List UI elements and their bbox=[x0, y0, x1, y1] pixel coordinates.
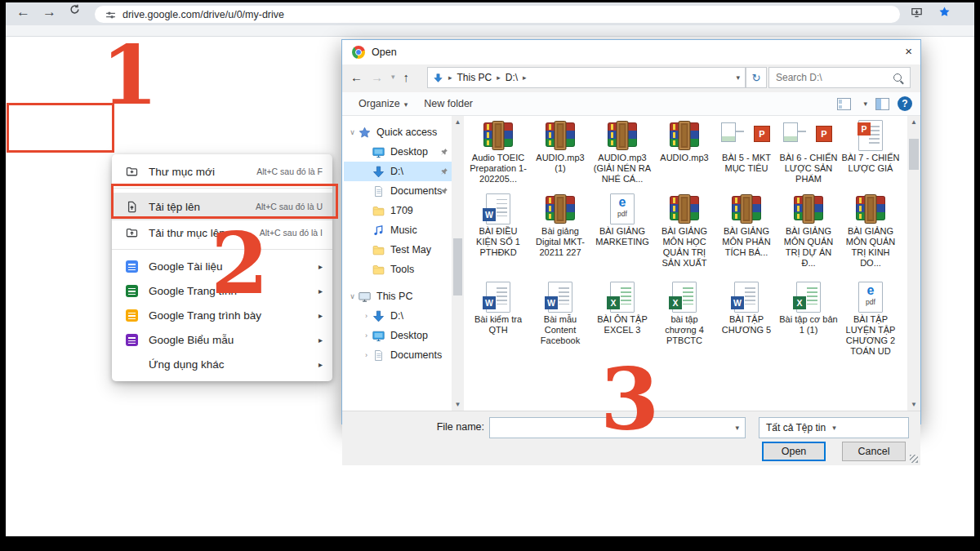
file-item-19[interactable]: XBài tập cơ bản 1 (1) bbox=[778, 281, 839, 335]
refresh-button[interactable]: ↻ bbox=[746, 67, 767, 88]
tree-scrollbar[interactable]: ▲ ▼ bbox=[452, 116, 464, 411]
nav-back-icon[interactable]: ← bbox=[350, 70, 363, 84]
address-dropdown-icon[interactable]: ▾ bbox=[736, 73, 740, 82]
forward-icon[interactable]: → bbox=[42, 4, 56, 20]
submenu-arrow-icon: ▸ bbox=[318, 311, 323, 320]
file-name-label: File name: bbox=[342, 421, 484, 433]
file-item-1[interactable]: AUDIO.mp3 (1) bbox=[530, 119, 590, 174]
file-item-20[interactable]: epdfBÀI TẬP LUYỆN TẬP CHƯƠNG 2 TOÁN UD bbox=[840, 281, 901, 357]
view-dropdown-icon[interactable]: ▾ bbox=[863, 100, 867, 108]
tree-expander-icon[interactable]: › bbox=[361, 351, 372, 359]
file-item-name: BÀI GIẢNG MÔN PHÂN TÍCH BÁ... bbox=[716, 226, 777, 258]
file-item-name: bài tập chương 4 PTBCTC bbox=[654, 314, 715, 346]
excel-file-icon: X bbox=[654, 281, 715, 312]
tree-expander-icon[interactable]: ∨ bbox=[347, 292, 358, 300]
file-item-2[interactable]: AUDIO.mp3 (GIẢI NÉN RA NHÉ CÁ... bbox=[592, 119, 653, 184]
address-bar[interactable]: drive.google.com/drive/u/0/my-drive bbox=[95, 6, 900, 23]
rar-file-icon bbox=[654, 119, 715, 150]
open-button[interactable]: Open bbox=[762, 442, 826, 461]
view-thumbnails-icon[interactable] bbox=[837, 98, 851, 110]
file-item-name: BÀI GIẢNG MÔN HỌC QUẢN TRỊ SẢN XUẤT bbox=[654, 226, 715, 269]
file-item-12[interactable]: BÀI GIẢNG MÔN QUẢN TRỊ DỰ ÁN Đ... bbox=[778, 193, 839, 269]
tree-item-d-[interactable]: D:\ bbox=[344, 162, 452, 181]
file-item-10[interactable]: BÀI GIẢNG MÔN HỌC QUẢN TRỊ SẢN XUẤT bbox=[654, 193, 715, 269]
file-item-18[interactable]: WBÀI TẬP CHƯƠNG 5 bbox=[716, 281, 777, 335]
rar-file-icon bbox=[468, 119, 528, 150]
file-item-15[interactable]: WBài mẫu Content Facebook bbox=[530, 281, 590, 346]
tree-item-d-[interactable]: ›D:\ bbox=[344, 306, 452, 326]
word-file-icon: W bbox=[716, 281, 777, 312]
tree-item-quick-access[interactable]: ∨Quick access bbox=[344, 122, 452, 142]
file-item-14[interactable]: WBài kiểm tra QTH bbox=[468, 281, 528, 335]
grid-scrollbar[interactable]: ▲ ▼ bbox=[907, 116, 920, 411]
rar-file-icon bbox=[530, 119, 590, 150]
menu-item-label: Thư mục mới bbox=[149, 166, 215, 178]
dialog-search-box[interactable]: Search D:\ bbox=[768, 67, 911, 88]
reload-icon[interactable] bbox=[69, 3, 81, 20]
file-item-8[interactable]: Bài giảng Digital MKT-20211 227 bbox=[530, 193, 590, 258]
file-item-9[interactable]: epdfBÀI GIẢNG MARKETING bbox=[592, 193, 653, 247]
file-item-0[interactable]: Audio TOEIC Preparation 1-202205... bbox=[468, 119, 528, 184]
tree-item-test-may[interactable]: Test May bbox=[344, 240, 452, 260]
back-icon[interactable]: ← bbox=[16, 4, 30, 20]
file-item-7[interactable]: WBÀI ĐIỀU KIỆN SỐ 1 PTHĐKD bbox=[468, 193, 528, 258]
resize-grip[interactable] bbox=[910, 455, 918, 463]
file-item-17[interactable]: Xbài tập chương 4 PTBCTC bbox=[654, 281, 715, 346]
preview-pane-icon[interactable] bbox=[875, 98, 889, 110]
tree-expander-icon[interactable]: › bbox=[361, 312, 372, 320]
file-item-6[interactable]: PBÀI 7 - CHIẾN LƯỢC GIÁ bbox=[840, 119, 901, 174]
bookmark-star-icon[interactable] bbox=[938, 5, 951, 22]
site-settings-icon[interactable] bbox=[105, 9, 116, 24]
none-icon bbox=[125, 358, 139, 371]
file-item-3[interactable]: AUDIO.mp3 bbox=[654, 119, 715, 163]
tree-item-desktop[interactable]: ›Desktop bbox=[344, 326, 452, 345]
tree-item-documents[interactable]: Documents bbox=[344, 181, 452, 201]
magnifier-icon bbox=[893, 73, 902, 82]
tree-item-label: Documents bbox=[390, 349, 442, 361]
sheets-icon bbox=[125, 284, 139, 298]
file-item-4[interactable]: PBÀI 5 - MKT MỤC TIÊU bbox=[716, 119, 777, 174]
path-drive-d[interactable]: D:\ bbox=[506, 72, 518, 83]
type-dropdown-icon[interactable]: ▾ bbox=[832, 424, 836, 432]
file-item-16[interactable]: XBÀI ÔN TẬP EXCEL 3 bbox=[592, 281, 653, 335]
tree-item-documents[interactable]: ›Documents bbox=[344, 345, 452, 365]
excel-file-icon: X bbox=[778, 281, 839, 312]
docs-icon bbox=[125, 260, 139, 273]
tree-expander-icon[interactable]: › bbox=[361, 331, 372, 340]
pin-icon bbox=[440, 147, 448, 158]
dialog-address-bar[interactable]: ▸ This PC ▸ D:\ ▸ ▾ bbox=[427, 67, 746, 88]
music-icon bbox=[372, 224, 385, 238]
tree-item-label: Documents bbox=[390, 185, 442, 197]
nav-forward-icon[interactable]: → bbox=[371, 70, 383, 84]
tree-item-desktop[interactable]: Desktop bbox=[344, 142, 452, 162]
close-icon[interactable]: × bbox=[905, 44, 912, 58]
tree-item-label: Desktop bbox=[390, 146, 428, 158]
file-item-name: BÀI TẬP CHƯƠNG 5 bbox=[716, 314, 777, 335]
file-item-5[interactable]: PBÀI 6 - CHIẾN LƯỢC SẢN PHẨM bbox=[778, 119, 839, 184]
menu-item-new-folder[interactable]: Thư mục mớiAlt+C sau đó là F bbox=[112, 159, 332, 184]
dialog-help-icon[interactable]: ? bbox=[898, 96, 912, 111]
path-this-pc[interactable]: This PC bbox=[457, 72, 492, 83]
file-type-select[interactable]: Tất cả Tệp tin ▾ bbox=[759, 417, 909, 438]
file-item-name: BÀI TẬP LUYỆN TẬP CHƯƠNG 2 TOÁN UD bbox=[840, 314, 901, 357]
nav-history-icon[interactable]: ▾ bbox=[391, 73, 395, 81]
organize-button[interactable]: Organize▾ bbox=[359, 98, 408, 109]
word-file-icon: W bbox=[468, 281, 528, 312]
dialog-titlebar[interactable]: Open × bbox=[342, 40, 920, 64]
nav-up-icon[interactable]: ↑ bbox=[403, 70, 410, 84]
menu-item-more-apps[interactable]: Ứng dụng khác▸ bbox=[112, 352, 332, 376]
cancel-button[interactable]: Cancel bbox=[842, 442, 906, 461]
tree-expander-icon[interactable]: ∨ bbox=[347, 128, 358, 136]
file-item-11[interactable]: BÀI GIẢNG MÔN PHÂN TÍCH BÁ... bbox=[716, 193, 777, 258]
install-icon[interactable] bbox=[910, 6, 924, 23]
tree-item-tools[interactable]: Tools bbox=[344, 260, 452, 279]
file-item-name: BÀI ÔN TẬP EXCEL 3 bbox=[592, 314, 653, 335]
menu-item-google-forms[interactable]: Google Biểu mẫu▸ bbox=[112, 327, 332, 352]
tree-item-music[interactable]: Music bbox=[344, 220, 452, 240]
new-folder-button[interactable]: New folder bbox=[424, 98, 473, 109]
tree-item-1709[interactable]: 1709 bbox=[344, 201, 452, 220]
file-item-13[interactable]: BÀI GIẢNG MÔN QUẢN TRỊ KINH DO... bbox=[840, 193, 901, 269]
rar-file-icon bbox=[654, 193, 715, 224]
tree-item-this-pc[interactable]: ∨This PC bbox=[344, 287, 452, 306]
combo-dropdown-icon[interactable]: ▾ bbox=[735, 424, 739, 432]
